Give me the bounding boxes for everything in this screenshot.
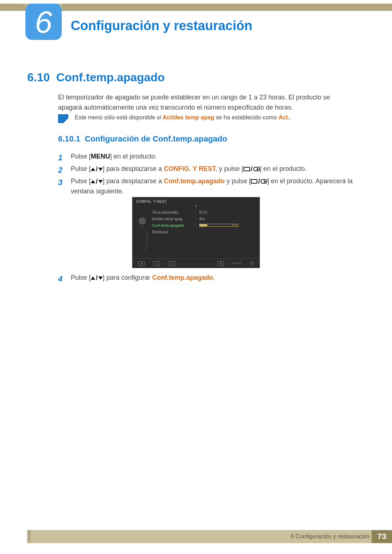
osd-label: Restaurar [152, 230, 196, 234]
osd-slider-value: 4 h [232, 223, 237, 227]
osd-back-icon: ◂ [138, 261, 145, 266]
osd-row: Restaurar [152, 229, 256, 235]
page-number: 73 [372, 530, 392, 543]
osd-bottom-bar: ◂ − + ↲ AUTO [132, 258, 260, 268]
up-down-icon: / [91, 273, 103, 283]
select-enter-icon: / [251, 177, 267, 186]
t: Pulse [ [71, 177, 91, 185]
osd-label: Act/des temp apag [152, 217, 196, 221]
note-bold-1: Act/des temp apag [163, 114, 214, 120]
t: y pulse [ [225, 177, 251, 185]
step-number: 1 [58, 152, 69, 164]
osd-title: CONFIG. Y REST. [132, 197, 260, 205]
osd-row: Tecla personaliz.:ECO [152, 209, 256, 216]
gear-icon [139, 218, 146, 224]
t: Pulse [ [71, 153, 91, 160]
t: Pulse [ [71, 165, 91, 172]
section-number: 6.10 [27, 71, 50, 84]
target: Conf.temp.apagado [152, 274, 213, 281]
osd-slider: 4 h [199, 224, 238, 227]
step-2: 2 Pulse [/] para desplazarse a CONFIG. Y… [58, 164, 356, 176]
target: CONFIG. Y REST. [164, 165, 217, 172]
subsection-number: 6.10.1 [58, 134, 80, 143]
manual-page: 6 Configuración y restauración 6.10 Conf… [0, 0, 392, 554]
section-heading: 6.10 Conf.temp.apagado [27, 71, 165, 84]
osd-up-arrow-icon: ▲ [132, 204, 260, 208]
section-title: Conf.temp.apagado [56, 71, 165, 84]
step-number: 4 [58, 273, 69, 285]
osd-value: ECO [199, 210, 207, 214]
note-mid: se ha establecido como [214, 114, 278, 120]
select-enter-icon: / [244, 164, 260, 174]
note-bold-2: Act. [278, 114, 289, 120]
note-text: Este menú sólo está disponible si Act/de… [75, 114, 291, 121]
t: y pulse [ [217, 165, 244, 172]
intro-paragraph: El temporizador de apagado se puede esta… [58, 93, 356, 113]
step-3: 3 Pulse [/] para desplazarse a Conf.temp… [58, 176, 356, 196]
t: ] en el producto. [110, 153, 157, 160]
t: ] para configurar [103, 274, 152, 281]
osd-minus-icon: − [154, 261, 160, 266]
up-down-icon: / [91, 164, 103, 174]
osd-value: Act. [199, 217, 205, 221]
up-down-icon: / [91, 177, 103, 186]
note-icon [58, 114, 68, 123]
note-row: Este menú sólo está disponible si Act/de… [58, 114, 356, 123]
osd-label: Conf.temp.apagado [152, 223, 196, 227]
step-number: 3 [58, 176, 69, 188]
subsection-heading: 6.10.1 Configuración de Conf.temp.apagad… [58, 134, 227, 144]
osd-row: Act/des temp apag:Act. [152, 216, 256, 222]
osd-row-selected: Conf.temp.apagado: 4 h [152, 222, 256, 229]
osd-menu-list: Tecla personaliz.:ECO Act/des temp apag:… [152, 209, 256, 254]
chapter-title: Configuración y restauración [71, 18, 252, 33]
footer-label: 6 Configuración y restauración [291, 533, 372, 540]
chapter-number: 6 [35, 6, 52, 37]
t: ] para desplazarse a [103, 177, 164, 185]
subsection-title: Configuración de Conf.temp.apagado [85, 134, 227, 143]
t: . [213, 274, 215, 281]
step-number: 2 [58, 164, 69, 176]
footer-bar: 6 Configuración y restauración 73 [27, 530, 392, 543]
note-post: . [289, 114, 291, 120]
t: Pulse [ [71, 274, 91, 281]
osd-enter-icon: ↲ [217, 261, 224, 266]
osd-curve-decor [137, 226, 147, 254]
osd-plus-icon: + [169, 261, 175, 266]
chapter-banner: 6 Configuración y restauración [0, 4, 392, 40]
t: ] en el producto. [260, 165, 307, 172]
t: ] para desplazarse a [103, 165, 164, 172]
osd-label: Tecla personaliz. [152, 210, 196, 214]
target: Conf.temp.apagado [164, 177, 225, 185]
step-1: 1 Pulse [MENU] en el producto. [58, 152, 356, 164]
step-4: 4 Pulse [/] para configurar Conf.temp.ap… [58, 273, 356, 285]
menu-key: MENU [91, 153, 110, 160]
note-pre: Este menú sólo está disponible si [75, 114, 163, 120]
osd-power-icon [250, 262, 254, 265]
osd-screenshot: CONFIG. Y REST. ▲ Tecla personaliz.:ECO … [132, 197, 260, 268]
osd-auto-label: AUTO [233, 262, 241, 265]
chapter-number-tab: 6 [25, 4, 62, 40]
osd-sidebar [136, 209, 148, 254]
